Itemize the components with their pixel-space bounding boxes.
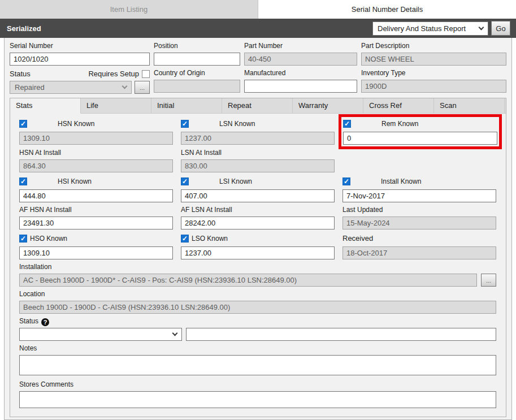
stats-row-af: AF HSN At Install AF LSN At Install Last…: [19, 206, 496, 230]
serial-number-details-page: { "top_tabs": { "item_listing": "Item Li…: [0, 0, 516, 420]
manufactured-input[interactable]: [244, 80, 357, 93]
requires-setup-label: Requires Setup: [88, 70, 139, 78]
report-select[interactable]: Delivery And Status Report: [372, 21, 488, 36]
status-select-value: Repaired: [15, 83, 118, 92]
header-actions: Delivery And Status Report Go: [372, 21, 510, 36]
rem-known-group: Rem Known: [342, 119, 496, 145]
stores-comments-group: Stores Comments: [19, 381, 496, 410]
installation-group: Installation ...: [19, 263, 496, 287]
hsn-at-install-group: HSN At Install: [19, 149, 173, 172]
hso-known-group: HSO Known: [19, 233, 173, 259]
received-group: Received: [342, 233, 496, 259]
part-number-label: Part Number: [244, 42, 357, 50]
serial-number-input[interactable]: [10, 53, 150, 66]
hsn-known-field: [19, 132, 173, 145]
tab-life[interactable]: Life: [81, 98, 151, 113]
identity-row-2: Status Requires Setup Repaired ... Count…: [10, 70, 506, 94]
lsn-known-checkbox[interactable]: [181, 120, 189, 128]
tab-stats[interactable]: Stats: [10, 98, 81, 114]
hso-known-checkbox[interactable]: [19, 235, 27, 243]
rem-known-checkbox[interactable]: [343, 120, 351, 128]
af-lsn-at-install-input[interactable]: [181, 217, 335, 230]
rem-known-highlight-box: Rem Known: [339, 114, 502, 149]
hsn-known-checkbox[interactable]: [19, 120, 27, 128]
report-select-value: Delivery And Status Report: [378, 24, 475, 33]
stats-row-at-install: HSN At Install LSN At Install: [19, 149, 496, 172]
go-button[interactable]: Go: [491, 21, 510, 36]
header-bar: Serialized Delivery And Status Report Go: [0, 19, 516, 38]
position-label: Position: [154, 42, 240, 50]
status-detail-input[interactable]: [186, 328, 496, 341]
installation-field: [19, 274, 477, 287]
status-browse-button[interactable]: ...: [135, 81, 150, 94]
hsi-known-label: HSI Known: [58, 177, 92, 185]
received-field: [342, 246, 496, 259]
lso-known-input[interactable]: [181, 246, 335, 259]
hsi-known-input[interactable]: [19, 189, 173, 202]
lsi-known-checkbox[interactable]: [181, 177, 189, 185]
stores-comments-label: Stores Comments: [19, 381, 496, 388]
hso-known-input[interactable]: [19, 246, 173, 259]
installation-label: Installation: [19, 263, 496, 271]
lso-known-label: LSO Known: [192, 235, 228, 243]
tab-warranty[interactable]: Warranty: [293, 98, 363, 113]
install-known-checkbox[interactable]: [342, 177, 350, 185]
part-description-field: [361, 53, 506, 66]
hsi-known-checkbox[interactable]: [19, 177, 27, 185]
stores-comments-textarea: [19, 391, 496, 408]
last-updated-group: Last Updated: [342, 206, 496, 230]
lsn-known-field: [181, 132, 335, 145]
position-group: Position: [154, 42, 240, 66]
location-field: [19, 301, 496, 314]
lso-known-group: LSO Known: [181, 233, 335, 259]
detail-tab-strip: Stats Life Initial Repeat Warranty Cross…: [10, 98, 506, 114]
af-hsn-at-install-label: AF HSN At Install: [19, 206, 173, 214]
status-label: Status: [10, 70, 31, 78]
lsi-known-input[interactable]: [181, 189, 335, 202]
lso-known-checkbox[interactable]: [181, 235, 189, 243]
tab-initial[interactable]: Initial: [151, 98, 222, 113]
tab-item-listing[interactable]: Item Listing: [0, 0, 258, 19]
help-icon[interactable]: [41, 318, 49, 326]
af-lsn-at-install-label: AF LSN At Install: [181, 206, 335, 214]
part-description-label: Part Description: [361, 42, 506, 50]
install-known-input[interactable]: [342, 189, 496, 202]
af-hsn-at-install-input[interactable]: [19, 217, 173, 230]
part-description-group: Part Description: [361, 42, 506, 66]
status-detail-select[interactable]: [19, 328, 182, 341]
hsi-known-group: HSI Known: [19, 176, 173, 202]
stats-row-hso: HSO Known LSO Known Received: [19, 233, 496, 259]
installation-browse-button[interactable]: ...: [481, 274, 496, 287]
chevron-down-icon: [122, 84, 128, 89]
requires-setup-checkbox[interactable]: [142, 70, 150, 78]
lsn-at-install-label: LSN At Install: [181, 149, 335, 157]
tab-scan[interactable]: Scan: [434, 98, 505, 113]
location-label: Location: [19, 291, 496, 298]
status-detail-label: Status: [19, 318, 496, 325]
hsn-at-install-label: HSN At Install: [19, 149, 173, 157]
hsn-at-install-field: [19, 159, 173, 172]
country-of-origin-label: Country of Origin: [154, 70, 240, 77]
part-number-field: [244, 53, 357, 66]
lsn-at-install-group: LSN At Install: [181, 149, 335, 172]
lsn-known-label: LSN Known: [219, 120, 255, 128]
hso-known-label: HSO Known: [30, 235, 67, 243]
lsi-known-group: LSI Known: [181, 176, 335, 202]
main-content: Serial Number Position Part Number Part …: [4, 38, 512, 420]
last-updated-label: Last Updated: [342, 206, 496, 214]
hsn-known-group: HSN Known: [19, 119, 173, 145]
notes-textarea[interactable]: [19, 355, 496, 375]
tab-serial-number-details[interactable]: Serial Number Details: [258, 0, 516, 19]
tab-cross-ref[interactable]: Cross Ref: [363, 98, 434, 113]
af-hsn-at-install-group: AF HSN At Install: [19, 206, 173, 230]
rem-known-input[interactable]: [343, 132, 497, 145]
position-input[interactable]: [154, 53, 240, 66]
lsn-at-install-field: [181, 159, 335, 172]
serial-number-label: Serial Number: [10, 42, 150, 50]
manufactured-group: Manufactured: [244, 70, 357, 94]
part-number-group: Part Number: [244, 42, 357, 66]
tab-repeat[interactable]: Repeat: [222, 98, 293, 113]
hsn-known-label: HSN Known: [58, 120, 94, 128]
last-updated-field: [342, 217, 496, 230]
stats-row-hsi: HSI Known LSI Known Install Known: [19, 176, 496, 202]
